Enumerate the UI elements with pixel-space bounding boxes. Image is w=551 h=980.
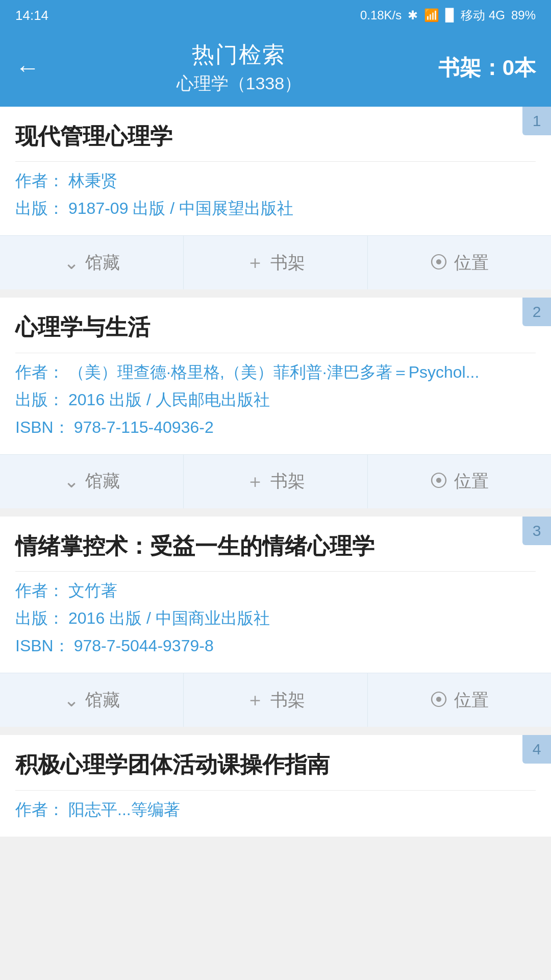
collection-label-2: 馆藏 [85, 470, 120, 493]
action-bar-2: ⌄ 馆藏 ＋ 书架 ⦿ 位置 [0, 454, 551, 508]
wifi-icon: 📶 [424, 8, 439, 22]
collection-btn-1[interactable]: ⌄ 馆藏 [0, 236, 184, 289]
action-bar-1: ⌄ 馆藏 ＋ 书架 ⦿ 位置 [0, 235, 551, 289]
author-value-1: 林秉贤 [68, 170, 117, 192]
author-label-2: 作者： [15, 361, 64, 384]
book-meta-1: 作者： 林秉贤 出版： 9187-09 出版 / 中国展望出版社 [15, 161, 536, 220]
plus-icon: ＋ [246, 250, 264, 275]
author-label-1: 作者： [15, 170, 64, 192]
book-list: 1 现代管理心理学 作者： 林秉贤 出版： 9187-09 出版 / 中国展望出… [0, 107, 551, 837]
plus-icon-3: ＋ [246, 688, 264, 713]
location-icon: ⦿ [430, 252, 448, 274]
publisher-row-3: 出版： 2016 出版 / 中国商业出版社 [15, 607, 536, 630]
book-number-3: 3 [522, 517, 551, 545]
author-label-3: 作者： [15, 580, 64, 602]
shelf-btn-2[interactable]: ＋ 书架 [184, 455, 367, 508]
back-button[interactable]: ← [15, 56, 40, 80]
chevron-down-icon: ⌄ [64, 252, 79, 274]
book-number-4: 4 [522, 735, 551, 764]
publisher-row-2: 出版： 2016 出版 / 人民邮电出版社 [15, 389, 536, 411]
status-right: 0.18K/s ✱ 📶 ▉ 移动 4G 89% [360, 7, 536, 23]
location-label-2: 位置 [454, 470, 489, 493]
book-info-3: 情绪掌控术：受益一生的情绪心理学 作者： 文竹著 出版： 2016 出版 / 中… [0, 517, 551, 673]
collection-btn-3[interactable]: ⌄ 馆藏 [0, 673, 184, 727]
chevron-down-icon-3: ⌄ [64, 690, 79, 711]
isbn-row-3: ISBN： 978-7-5044-9379-8 [15, 635, 536, 657]
status-bar: 14:14 0.18K/s ✱ 📶 ▉ 移动 4G 89% [0, 0, 551, 31]
book-number-2: 2 [522, 298, 551, 326]
shelf-label-1: 书架 [270, 251, 305, 275]
shelf-label-2: 书架 [270, 470, 305, 493]
author-row-4: 作者： 阳志平...等编著 [15, 799, 536, 821]
shelf-btn-3[interactable]: ＋ 书架 [184, 673, 367, 727]
publisher-value-1: 9187-09 出版 / 中国展望出版社 [68, 198, 293, 220]
author-row-1: 作者： 林秉贤 [15, 170, 536, 192]
isbn-value-3: 978-7-5044-9379-8 [74, 636, 214, 655]
isbn-label-3: ISBN： [15, 635, 70, 657]
collection-label-3: 馆藏 [85, 689, 120, 712]
location-label-1: 位置 [454, 251, 489, 275]
shelf-label: 书架： [438, 56, 503, 80]
location-icon-3: ⦿ [430, 690, 448, 711]
publisher-label-3: 出版： [15, 607, 64, 630]
publisher-value-2: 2016 出版 / 人民邮电出版社 [68, 389, 270, 411]
location-btn-1[interactable]: ⦿ 位置 [368, 236, 551, 289]
isbn-value-2: 978-7-115-40936-2 [74, 418, 214, 437]
carrier: 移动 4G [461, 7, 505, 23]
book-info-2: 心理学与生活 作者： （美）理查德·格里格,（美）菲利普·津巴多著＝Psycho… [0, 298, 551, 454]
shelf-info: 书架：0本 [438, 54, 536, 82]
chevron-down-icon-2: ⌄ [64, 471, 79, 492]
author-label-4: 作者： [15, 799, 64, 821]
publisher-label-1: 出版： [15, 198, 64, 220]
book-meta-4: 作者： 阳志平...等编著 [15, 790, 536, 821]
publisher-label-2: 出版： [15, 389, 64, 411]
author-value-2: （美）理查德·格里格,（美）菲利普·津巴多著＝Psychol... [68, 361, 479, 384]
shelf-btn-1[interactable]: ＋ 书架 [184, 236, 367, 289]
book-number-1: 1 [522, 107, 551, 135]
search-subtitle: 心理学（1338） [40, 72, 438, 95]
page-title: 热门检索 [40, 40, 438, 70]
location-btn-2[interactable]: ⦿ 位置 [368, 455, 551, 508]
isbn-row-2: ISBN： 978-7-115-40936-2 [15, 416, 536, 439]
author-value-4: 阳志平...等编著 [68, 799, 180, 821]
author-row-2: 作者： （美）理查德·格里格,（美）菲利普·津巴多著＝Psychol... [15, 361, 536, 384]
shelf-label-3: 书架 [270, 689, 305, 712]
book-card-4[interactable]: 4 积极心理学团体活动课操作指南 作者： 阳志平...等编著 [0, 735, 551, 836]
author-row-3: 作者： 文竹著 [15, 580, 536, 602]
header-center: 热门检索 心理学（1338） [40, 40, 438, 95]
action-bar-3: ⌄ 馆藏 ＋ 书架 ⦿ 位置 [0, 673, 551, 727]
book-card-1[interactable]: 1 现代管理心理学 作者： 林秉贤 出版： 9187-09 出版 / 中国展望出… [0, 107, 551, 289]
publisher-row-1: 出版： 9187-09 出版 / 中国展望出版社 [15, 198, 536, 220]
signal-icon: ▉ [445, 8, 455, 22]
bluetooth-icon: ✱ [408, 8, 418, 22]
book-title-2: 心理学与生活 [15, 312, 536, 342]
book-card-2[interactable]: 2 心理学与生活 作者： （美）理查德·格里格,（美）菲利普·津巴多著＝Psyc… [0, 298, 551, 508]
location-label-3: 位置 [454, 689, 489, 712]
book-title-3: 情绪掌控术：受益一生的情绪心理学 [15, 531, 536, 561]
publisher-value-3: 2016 出版 / 中国商业出版社 [68, 607, 270, 630]
book-meta-3: 作者： 文竹著 出版： 2016 出版 / 中国商业出版社 ISBN： 978-… [15, 571, 536, 657]
collection-btn-2[interactable]: ⌄ 馆藏 [0, 455, 184, 508]
isbn-label-2: ISBN： [15, 416, 70, 439]
shelf-count: 0本 [503, 56, 536, 80]
book-title-1: 现代管理心理学 [15, 121, 536, 151]
book-info-1: 现代管理心理学 作者： 林秉贤 出版： 9187-09 出版 / 中国展望出版社 [0, 107, 551, 235]
author-value-3: 文竹著 [68, 580, 117, 602]
collection-label-1: 馆藏 [85, 251, 120, 275]
book-info-4: 积极心理学团体活动课操作指南 作者： 阳志平...等编著 [0, 735, 551, 836]
battery: 89% [511, 8, 536, 22]
book-title-4: 积极心理学团体活动课操作指南 [15, 749, 536, 779]
location-btn-3[interactable]: ⦿ 位置 [368, 673, 551, 727]
book-card-3[interactable]: 3 情绪掌控术：受益一生的情绪心理学 作者： 文竹著 出版： 2016 出版 /… [0, 517, 551, 727]
network-speed: 0.18K/s [360, 8, 402, 22]
plus-icon-2: ＋ [246, 469, 264, 494]
status-time: 14:14 [15, 8, 48, 23]
book-meta-2: 作者： （美）理查德·格里格,（美）菲利普·津巴多著＝Psychol... 出版… [15, 353, 536, 439]
location-icon-2: ⦿ [430, 471, 448, 492]
header: ← 热门检索 心理学（1338） 书架：0本 [0, 31, 551, 107]
